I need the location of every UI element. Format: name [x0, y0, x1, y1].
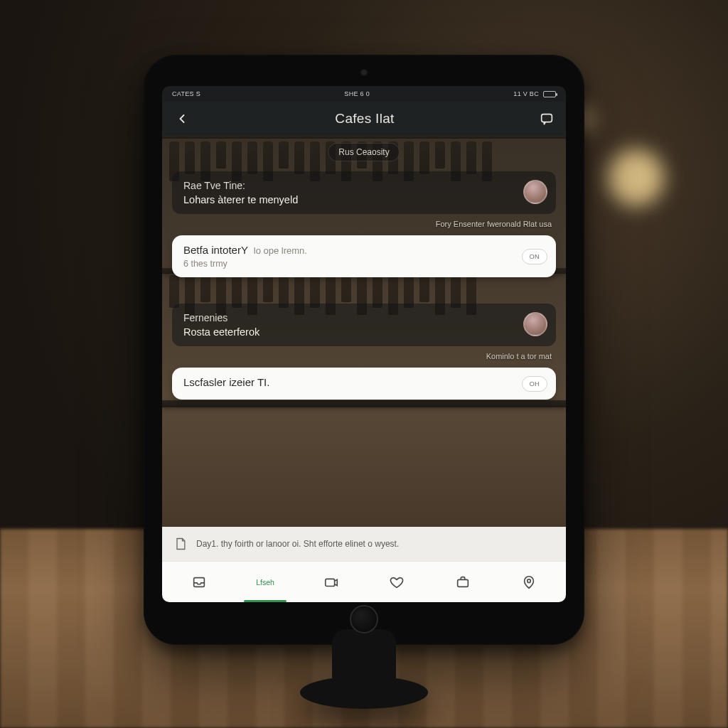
back-button[interactable] [173, 110, 191, 127]
chat-bubble-icon [539, 111, 555, 127]
svg-rect-1 [194, 577, 205, 587]
message-caption: Kominlo t a tor mat [172, 352, 552, 360]
status-carrier: CATES S [172, 90, 200, 97]
status-bar: CATES S SHE 6 0 11 V BC [162, 86, 566, 102]
note-icon [173, 537, 188, 551]
message-group: Fernenies Rosta eeterferok Kominlo t a t… [172, 304, 556, 400]
tablet-stand [300, 676, 428, 709]
status-center: SHE 6 0 [344, 90, 370, 97]
camera-icon [323, 574, 339, 590]
reply-card[interactable]: Betfa intoterY lo ope lremn. 6 thes trmy… [172, 235, 556, 277]
location-pin-icon [521, 574, 537, 590]
tab-briefcase[interactable] [430, 562, 496, 602]
card-action-button[interactable]: ON [522, 249, 547, 264]
briefcase-icon [455, 574, 471, 590]
sender-name: Rae Tve Tine: [183, 180, 513, 191]
front-camera [360, 69, 368, 76]
reply-line2: 6 thes trmy [183, 259, 510, 269]
chat-content: Rus Ceaosity Rae Tve Tine: Lohars àterer… [162, 136, 566, 527]
inbox-icon [191, 574, 207, 590]
app-header: Cafes Ilat [162, 102, 566, 136]
chat-action[interactable] [539, 111, 555, 127]
tab-inbox[interactable] [166, 562, 232, 602]
reply-card[interactable]: Lscfasler izeier TI. OH [172, 368, 556, 400]
chevron-left-icon [175, 112, 189, 126]
message-text: Rosta eeterferok [183, 326, 513, 338]
avatar[interactable] [523, 180, 547, 204]
tab-favorites[interactable] [364, 562, 430, 602]
status-time: 11 V BC [513, 90, 539, 97]
reply-title: Lscfasler izeier TI. [183, 376, 269, 388]
incoming-message[interactable]: Fernenies Rosta eeterferok [172, 304, 556, 346]
reply-subtitle: lo ope lremn. [254, 245, 307, 256]
sender-name: Fernenies [183, 312, 513, 323]
svg-rect-3 [458, 579, 469, 587]
message-text: Lohars àterer te menyeld [183, 194, 513, 205]
home-button[interactable] [350, 605, 378, 633]
banner-text: Day1. thy foirth or lanoor oi. Sht effor… [196, 539, 399, 549]
message-group: Rae Tve Tine: Lohars àterer te menyeld F… [172, 171, 556, 277]
screen: CATES S SHE 6 0 11 V BC Cafes Ilat [162, 86, 566, 602]
svg-rect-2 [325, 579, 334, 586]
incoming-message[interactable]: Rae Tve Tine: Lohars àterer te menyeld [172, 171, 556, 214]
tablet-device: CATES S SHE 6 0 11 V BC Cafes Ilat [144, 55, 584, 645]
svg-rect-0 [542, 114, 552, 122]
reply-title: Betfa intoterY [183, 244, 248, 256]
tab-feed[interactable]: Lfseh [232, 562, 299, 602]
tab-location[interactable] [496, 562, 562, 602]
heart-icon [389, 574, 405, 590]
context-pill[interactable]: Rus Ceaosity [328, 143, 400, 161]
info-banner: Day1. thy foirth or lanoor oi. Sht effor… [162, 527, 566, 561]
tab-bar: Lfseh [162, 561, 566, 602]
svg-point-4 [527, 579, 530, 582]
avatar[interactable] [523, 312, 547, 336]
tab-camera[interactable] [298, 562, 364, 602]
page-title: Cafes Ilat [335, 111, 394, 127]
message-caption: Fory Ensenter fweronald Rlat usa [172, 220, 552, 228]
battery-icon [543, 91, 556, 97]
tab-label: Lfseh [256, 578, 274, 587]
card-action-button[interactable]: OH [522, 376, 547, 392]
